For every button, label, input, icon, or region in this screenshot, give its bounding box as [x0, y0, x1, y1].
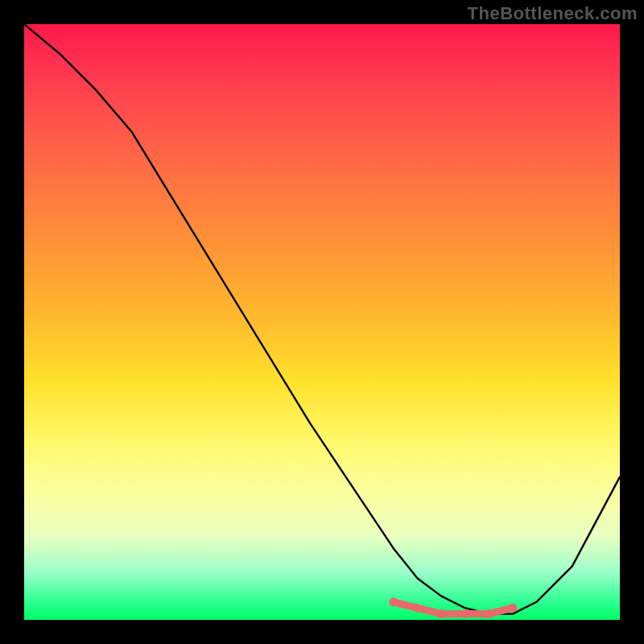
optimal-range-dot: [413, 604, 422, 613]
optimal-range-dot: [389, 597, 398, 606]
watermark-text: TheBottleneck.com: [468, 3, 638, 24]
optimal-range-dot: [485, 609, 493, 618]
bottleneck-curve-path: [24, 24, 620, 614]
chart-svg: [24, 24, 620, 620]
optimal-range-path: [394, 602, 513, 614]
optimal-range-dot: [460, 609, 469, 618]
optimal-range-dot: [437, 609, 446, 618]
plot-area: [24, 24, 620, 620]
optimal-range-dot: [508, 604, 517, 613]
chart-root: TheBottleneck.com: [0, 0, 644, 644]
